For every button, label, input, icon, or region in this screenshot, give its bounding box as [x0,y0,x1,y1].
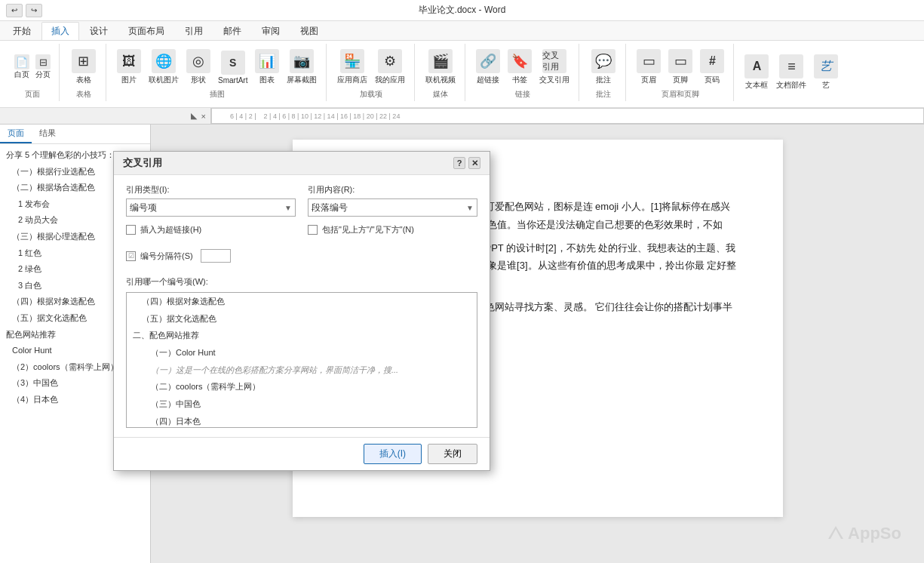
tab-design[interactable]: 设计 [80,22,118,40]
bookmark-icon: 🔖 [508,49,532,73]
list-item-7[interactable]: （四）日本色 [127,413,477,428]
list-item-6[interactable]: （三）中国色 [127,395,477,413]
cross-reference-button[interactable]: 交叉引用 交叉引用 [536,48,573,87]
list-item-2[interactable]: 二、配色网站推荐 [127,327,477,344]
chart-icon: 📊 [255,49,279,73]
header-button[interactable]: ▭ 页眉 [634,48,664,87]
ribbon-group-table-items: ⊞ 表格 [69,45,99,89]
nav-panel-tabs: 页面 结果 [0,125,150,144]
shapes-button[interactable]: ◎ 形状 [183,48,213,87]
page-number-icon: # [700,49,724,73]
tab-layout[interactable]: 页面布局 [118,22,174,40]
tab-mailings[interactable]: 邮件 [213,22,251,40]
quick-parts-button[interactable]: ≡ 文档部件 [773,53,809,92]
insert-button[interactable]: 插入(I) [364,444,422,464]
ruler-corner: ◣ × [0,108,211,124]
wordart-button[interactable]: 艺 艺 [811,53,841,92]
include-above-below-checkbox[interactable] [308,225,318,235]
ribbon-group-addins-items: 🏪 应用商店 ⚙ 我的应用 [334,45,408,89]
dialog-close-button[interactable]: ✕ [468,157,480,169]
my-apps-icon: ⚙ [378,49,402,73]
ribbon-group-comments-label: 批注 [596,89,611,100]
ribbon-group-illustrations: 🖼 图片 🌐 联机图片 ◎ 形状 S SmartArt 📊 图表 [108,44,327,101]
redo-button[interactable]: ↪ [26,4,42,17]
tab-references[interactable]: 引用 [175,22,213,40]
online-video-icon: 🎬 [428,49,453,73]
smartart-button[interactable]: S SmartArt [215,49,250,86]
screenshot-button[interactable]: 📷 屏幕截图 [284,48,320,87]
ribbon-group-table-label: 表格 [76,89,91,100]
list-item-0[interactable]: （四）根据对象选配色 [127,293,477,310]
title-bar: ↩ ↪ 毕业论文.docx - Word [0,0,924,21]
chart-button[interactable]: 📊 图表 [252,48,282,87]
checkbox2-field: 包括"见上方"/"见下方"(N) [308,224,477,242]
list-item-1[interactable]: （五）据文化选配色 [127,310,477,328]
window-title: 毕业论文.docx - Word [419,4,506,17]
store-icon: 🏪 [340,49,364,73]
quick-parts-icon: ≡ [779,54,803,78]
list-item-5[interactable]: （二）coolors（需科学上网） [127,378,477,395]
blank-page-icon: 📄 [14,54,29,69]
dialog-footer: 插入(I) 关闭 [114,437,490,470]
close-button[interactable]: 关闭 [428,444,477,464]
reference-type-field: 引用类型(I): 编号项 ▼ [126,184,296,217]
dialog-question-button[interactable]: ? [453,157,465,169]
undo-button[interactable]: ↩ [6,4,23,17]
insert-hyperlink-checkbox[interactable] [126,225,136,235]
ribbon-group-addins-label: 加载项 [360,89,382,100]
list-label: 引用哪一个编号项(W): [126,276,477,288]
reference-content-select[interactable]: 段落编号 ▼ [308,198,477,217]
hyperlink-icon: 🔗 [476,49,500,73]
picture-button[interactable]: 🖼 图片 [114,48,144,87]
dialog-title-bar: 交叉引用 ? ✕ [114,152,490,175]
ribbon-group-text-items: A 文本框 ≡ 文档部件 艺 艺 [741,45,841,100]
tab-review[interactable]: 审阅 [252,22,290,40]
checkbox2-row: 包括"见上方"/"见下方"(N) [308,224,477,235]
ribbon-group-page-label: 页面 [25,89,40,100]
online-picture-icon: 🌐 [152,49,176,73]
ribbon-group-table: ⊞ 表格 表格 [61,44,106,101]
dialog-row-1: 引用类型(I): 编号项 ▼ 引用内容(R): 段落编号 ▼ [126,184,477,217]
separator-input[interactable] [201,249,231,263]
blank-page-button[interactable]: 📄 白页 [12,53,32,82]
footer-button[interactable]: ▭ 页脚 [665,48,695,87]
tab-start[interactable]: 开始 [3,22,41,40]
tab-view[interactable]: 视图 [290,22,328,40]
reference-type-label: 引用类型(I): [126,184,296,195]
ruler-main: 6 | 4 | 2 | 2 | 4 | 6 | 8 | 10 | 12 | 14… [211,108,924,124]
online-video-button[interactable]: 🎬 联机视频 [422,48,459,87]
table-button[interactable]: ⊞ 表格 [69,48,99,87]
textbox-button[interactable]: A 文本框 [741,53,772,92]
list-item-3[interactable]: （一）Color Hunt [127,344,477,361]
reference-type-select[interactable]: 编号项 ▼ [126,198,296,217]
list-item-4[interactable]: （一）这是一个在线的色彩搭配方案分享网站，界面简洁干净，搜... [127,361,477,379]
page-number-button[interactable]: # 页码 [697,48,727,87]
online-picture-button[interactable]: 🌐 联机图片 [146,48,182,87]
footer-icon: ▭ [668,49,692,73]
dialog-body: 引用类型(I): 编号项 ▼ 引用内容(R): 段落编号 ▼ [114,175,490,437]
bookmark-button[interactable]: 🔖 书签 [505,48,535,87]
ribbon-group-text: A 文本框 ≡ 文档部件 艺 艺 [735,44,847,101]
appso-watermark: AppSo [827,518,901,549]
page-break-button[interactable]: ⊟ 分页 [33,53,53,82]
ribbon-group-media: 🎬 联机视频 媒体 [416,44,465,101]
my-apps-button[interactable]: ⚙ 我的应用 [372,48,408,87]
nav-tab-pages[interactable]: 页面 [0,125,32,143]
tab-insert[interactable]: 插入 [41,22,79,40]
ribbon-group-page-items: 📄 白页 ⊟ 分页 [12,45,53,89]
ribbon-group-links: 🔗 超链接 🔖 书签 交叉引用 交叉引用 链接 [467,44,579,101]
hyperlink-button[interactable]: 🔗 超链接 [473,48,503,87]
reference-content-label: 引用内容(R): [308,184,477,195]
reference-list: （四）根据对象选配色 （五）据文化选配色 二、配色网站推荐 （一）Color H… [126,292,477,428]
ribbon-content: 📄 白页 ⊟ 分页 页面 ⊞ 表格 表格 [0,41,924,107]
screenshot-icon: 📷 [290,49,314,73]
ribbon-tab-bar: 开始 插入 设计 页面布局 引用 邮件 审阅 视图 [0,21,924,41]
checkbox1-row: 插入为超链接(H) [126,224,296,235]
nav-tab-results[interactable]: 结果 [32,125,63,143]
store-button[interactable]: 🏪 应用商店 [334,48,370,87]
ribbon: 开始 插入 设计 页面布局 引用 邮件 审阅 视图 📄 白页 ⊟ 分页 页面 [0,21,924,108]
number-separator-checkbox[interactable]: ☑ [126,251,136,261]
checkbox3-row: ☑ 编号分隔符(S) [126,249,231,263]
comment-button[interactable]: 💬 批注 [588,48,619,87]
smartart-icon: S [221,51,245,75]
